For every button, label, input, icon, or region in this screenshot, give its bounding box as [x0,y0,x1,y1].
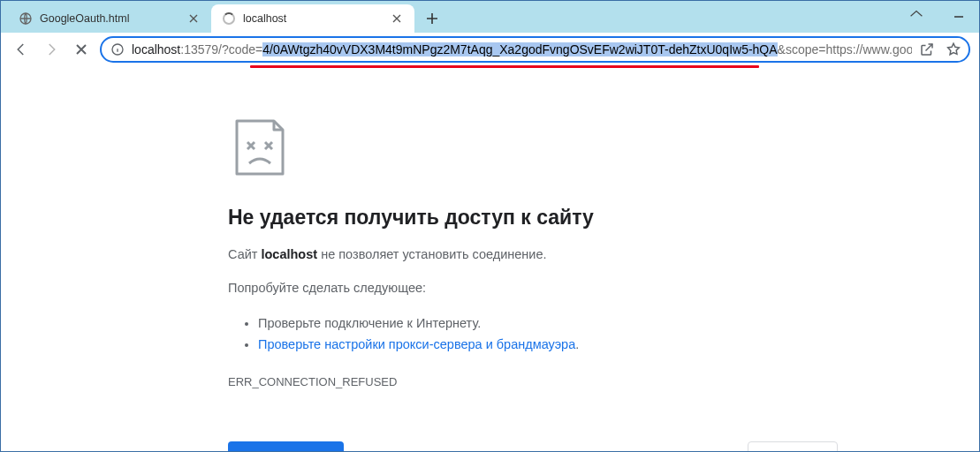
bookmark-star-icon[interactable] [946,41,961,57]
tab-localhost[interactable]: localhost [211,4,414,33]
toolbar: localhost:13579/?code=4/0AWtgzh40vVDX3M4… [1,33,979,66]
reload-button[interactable]: Перезагрузить [228,441,344,452]
url-pre: :13579/?code= [180,42,262,56]
loading-icon [222,11,236,26]
error-title: Не удается получить доступ к сайту [228,206,838,230]
stop-button[interactable] [70,38,93,61]
forward-button[interactable] [40,38,63,61]
error-try-label: Попробуйте сделать следующее: [228,279,838,298]
tab-strip: GoogleOauth.html localhost [1,1,979,33]
list-item: Проверьте подключение к Интернету. [258,313,838,335]
error-site-line: Сайт localhost не позволяет установить с… [228,245,838,265]
annotation-underline [250,65,759,68]
list-item: Проверьте настройки прокси-сервера и бра… [258,334,838,356]
proxy-firewall-link[interactable]: Проверьте настройки прокси-сервера и бра… [258,337,575,351]
error-site-suffix: не позволяет установить соединение. [317,247,546,261]
suggestions-list: Проверьте подключение к Интернету. Прове… [228,313,838,356]
error-page: Не удается получить доступ к сайту Сайт … [228,116,838,452]
suggestion-suffix: . [575,337,579,351]
new-tab-button[interactable] [420,6,444,31]
buttons-row: Перезагрузить Сведения [228,441,838,452]
tab-title: GoogleOauth.html [40,12,186,25]
url-text: localhost:13579/?code=4/0AWtgzh40vVDX3M4… [132,42,923,56]
back-button[interactable] [10,38,33,61]
close-icon[interactable] [186,11,201,26]
suggestion-text: Проверьте подключение к Интернету. [258,316,481,330]
error-site-host: localhost [261,247,317,261]
window-controls [898,1,977,26]
globe-icon [19,11,33,26]
url-selected: 4/0AWtgzh40vVDX3M4t9mNPgz2M7tAqg_Xa2godF… [262,42,777,56]
address-bar[interactable]: localhost:13579/?code=4/0AWtgzh40vVDX3M4… [100,36,970,63]
error-code: ERR_CONNECTION_REFUSED [228,375,838,388]
sad-page-icon [228,116,292,179]
close-icon[interactable] [390,11,404,26]
tab-googleoauth[interactable]: GoogleOauth.html [8,4,211,33]
url-post: &scope=https://www.googl [778,42,923,56]
error-site-prefix: Сайт [228,247,261,261]
url-host: localhost [132,42,180,56]
window-minimize-button[interactable] [940,1,977,26]
details-button[interactable]: Сведения [748,441,838,452]
window-restore-button[interactable] [898,1,935,26]
site-info-icon[interactable] [110,42,125,56]
share-icon[interactable] [919,41,935,57]
tab-title: localhost [243,12,390,25]
